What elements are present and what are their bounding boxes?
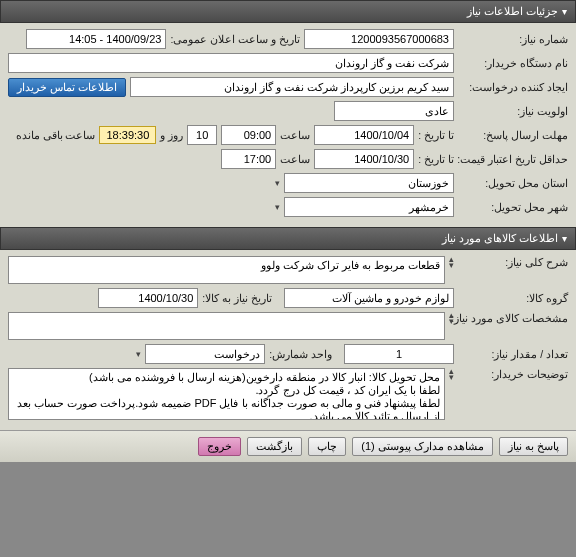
time-left-badge: 18:39:30 xyxy=(99,126,156,144)
section-need-info-header[interactable]: ▾ جزئیات اطلاعات نیاز xyxy=(0,0,576,23)
time-label-2: ساعت xyxy=(280,153,310,165)
reply-to-date-field[interactable] xyxy=(314,125,414,145)
priority-field[interactable] xyxy=(334,101,454,121)
back-button[interactable]: بازگشت xyxy=(247,437,302,456)
reply-time-field[interactable] xyxy=(221,125,276,145)
priority-label: اولویت نیاز: xyxy=(458,105,568,117)
buyer-notes-label: توضیحات خریدار: xyxy=(458,368,568,380)
collapse-icon[interactable]: ▾ xyxy=(562,6,567,17)
to-date-label-2: تا تاریخ : xyxy=(418,153,454,165)
need-info-form: شماره نیاز: تاریخ و ساعت اعلان عمومی: نا… xyxy=(0,23,576,227)
unit-field[interactable] xyxy=(145,344,265,364)
need-by-date-label: تاریخ نیاز به کالا: xyxy=(202,292,272,304)
time-label-1: ساعت xyxy=(280,129,310,141)
reply-button[interactable]: پاسخ به نیاز xyxy=(499,437,568,456)
goods-spec-field[interactable] xyxy=(8,312,445,340)
qty-label: تعداد / مقدار نیاز: xyxy=(458,348,568,360)
chevron-up-down-icon[interactable]: ▴▾ xyxy=(449,368,454,381)
attachments-button[interactable]: مشاهده مدارک پیوستی (1) xyxy=(352,437,493,456)
days-left-field[interactable] xyxy=(187,125,217,145)
footer-bar: پاسخ به نیاز مشاهده مدارک پیوستی (1) چاپ… xyxy=(0,430,576,462)
need-desc-field[interactable] xyxy=(8,256,445,284)
need-items-form: شرح کلی نیاز: ▴▾ گروه کالا: تاریخ نیاز ب… xyxy=(0,250,576,430)
buyer-notes-field[interactable] xyxy=(8,368,445,420)
exit-button[interactable]: خروج xyxy=(198,437,241,456)
buyer-org-field[interactable] xyxy=(8,53,454,73)
days-and-label: روز و xyxy=(160,129,183,141)
print-button[interactable]: چاپ xyxy=(308,437,346,456)
goods-group-label: گروه کالا: xyxy=(458,292,568,304)
requester-label: ایجاد کننده درخواست: xyxy=(458,81,568,93)
time-left-suffix: ساعت باقی مانده xyxy=(16,129,96,141)
announce-dt-label: تاریخ و ساعت اعلان عمومی: xyxy=(170,33,300,45)
requester-field[interactable] xyxy=(130,77,454,97)
price-valid-label: حداقل تاریخ اعتبار قیمت: xyxy=(458,153,568,166)
collapse-icon[interactable]: ▾ xyxy=(562,233,567,244)
chevron-down-icon[interactable]: ▾ xyxy=(275,178,280,188)
need-by-date-field[interactable] xyxy=(98,288,198,308)
unit-label: واحد شمارش: xyxy=(269,348,332,360)
announce-dt-field[interactable] xyxy=(26,29,166,49)
section-need-items-title: اطلاعات کالاهای مورد نیاز xyxy=(442,232,558,245)
section-need-items-header[interactable]: ▾ اطلاعات کالاهای مورد نیاز xyxy=(0,227,576,250)
chevron-down-icon[interactable]: ▾ xyxy=(275,202,280,212)
chevron-down-icon[interactable]: ▾ xyxy=(136,349,141,359)
buyer-contact-button[interactable]: اطلاعات تماس خریدار xyxy=(8,78,126,97)
need-no-label: شماره نیاز: xyxy=(458,33,568,45)
deliver-city-field[interactable] xyxy=(284,197,454,217)
price-valid-time-field[interactable] xyxy=(221,149,276,169)
need-no-field[interactable] xyxy=(304,29,454,49)
chevron-up-down-icon[interactable]: ▴▾ xyxy=(449,256,454,269)
qty-field[interactable] xyxy=(344,344,454,364)
reply-deadline-label: مهلت ارسال پاسخ: xyxy=(458,129,568,141)
price-valid-date-field[interactable] xyxy=(314,149,414,169)
goods-spec-label: مشخصات کالای مورد نیاز: xyxy=(458,312,568,324)
section-need-info-title: جزئیات اطلاعات نیاز xyxy=(467,5,558,18)
chevron-up-down-icon[interactable]: ▴▾ xyxy=(449,312,454,325)
goods-group-field[interactable] xyxy=(284,288,454,308)
deliver-province-field[interactable] xyxy=(284,173,454,193)
need-desc-label: شرح کلی نیاز: xyxy=(458,256,568,268)
deliver-city-label: شهر محل تحویل: xyxy=(458,201,568,213)
to-date-label-1: تا تاریخ : xyxy=(418,129,454,141)
deliver-province-label: استان محل تحویل: xyxy=(458,177,568,189)
buyer-org-label: نام دستگاه خریدار: xyxy=(458,57,568,69)
